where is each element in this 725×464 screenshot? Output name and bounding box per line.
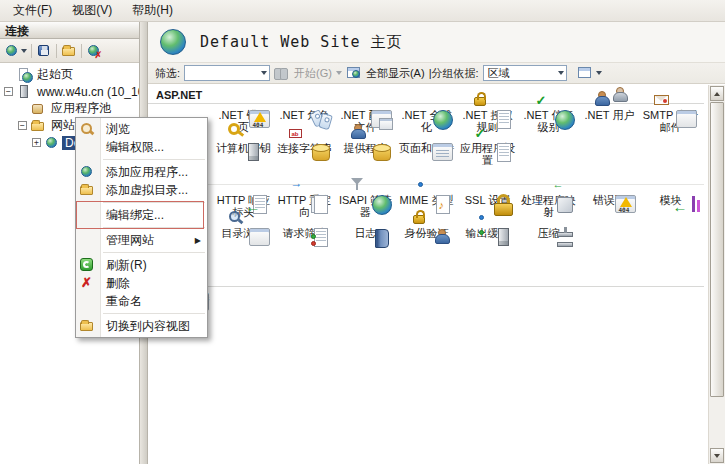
feature-item[interactable]: 目录浏览 xyxy=(213,222,274,255)
feature-item[interactable]: 页面和控件 xyxy=(396,137,457,170)
connect-button[interactable] xyxy=(3,42,28,60)
chevron-down-icon[interactable] xyxy=(596,71,602,75)
context-menu-item[interactable]: 添加虚拟目录... xyxy=(76,181,207,199)
save-button[interactable] xyxy=(35,42,53,60)
chevron-down-icon[interactable] xyxy=(558,71,564,75)
menu-separator xyxy=(103,313,205,314)
feature-item[interactable]: 计算机密钥 xyxy=(213,137,274,170)
feature-item[interactable]: MIME 类型 xyxy=(396,189,457,222)
feature-item-label: .NET 用户 xyxy=(580,109,639,133)
scroll-up-button[interactable] xyxy=(710,86,724,101)
feature-item[interactable]: 输出缓存 xyxy=(457,222,518,255)
show-all-button[interactable]: 全部显示(A) xyxy=(366,66,425,81)
feature-item[interactable]: 日志 xyxy=(335,222,396,255)
feature-item[interactable]: 压缩 xyxy=(518,222,579,255)
feature-item[interactable]: SSL 设置 xyxy=(457,189,518,222)
tree-item-label: 应用程序池 xyxy=(48,100,114,117)
feature-item[interactable]: .NET 授权规则 xyxy=(457,104,518,137)
feature-item-label: 压缩 xyxy=(519,227,578,251)
feature-item[interactable]: SMTP 电子邮件 xyxy=(640,104,701,137)
filter-input[interactable] xyxy=(184,65,270,81)
site-globe-icon xyxy=(160,29,186,55)
context-menu-item[interactable]: 浏览 xyxy=(76,120,207,138)
feature-item[interactable]: HTTP 重定向 xyxy=(274,189,335,222)
scroll-down-button[interactable] xyxy=(710,448,724,463)
collapse-expander[interactable]: − xyxy=(18,121,27,130)
up-folder-button[interactable] xyxy=(60,42,78,60)
menu-item-label: 浏览 xyxy=(106,121,130,138)
filter-label: 筛选: xyxy=(155,66,180,81)
add-application-icon xyxy=(79,164,95,180)
page-header: Default Web Site 主页 xyxy=(148,22,725,62)
chevron-down-icon[interactable] xyxy=(21,49,27,53)
go-button[interactable]: 开始(G) xyxy=(294,66,332,81)
start-page-icon xyxy=(16,67,32,83)
context-menu-item[interactable]: 重命名 xyxy=(76,292,207,310)
feature-item[interactable]: .NET 错误页 xyxy=(213,104,274,137)
refresh-icon xyxy=(79,257,95,273)
feature-item[interactable]: .NET 配置文件 xyxy=(335,104,396,137)
toolbar-separator xyxy=(81,44,82,58)
tree-item-label: www.w4u.cn (10_104_11_ xyxy=(34,85,139,99)
expand-expander[interactable]: + xyxy=(32,138,41,147)
vertical-scrollbar[interactable] xyxy=(708,85,725,464)
feature-item[interactable]: 身份验证 xyxy=(396,222,457,255)
server-icon xyxy=(16,84,32,100)
feature-item[interactable]: 处理程序映射 xyxy=(518,189,579,222)
context-menu-item[interactable]: 删除 xyxy=(76,274,207,292)
tree-item[interactable]: 应用程序池 xyxy=(0,100,139,117)
tree-item[interactable]: 起始页 xyxy=(0,66,139,83)
feature-item[interactable]: 提供程序 xyxy=(335,137,396,170)
delete-connection-button[interactable] xyxy=(85,42,103,60)
context-menu-item[interactable]: 管理网站▶ xyxy=(76,231,207,249)
features-view: ASP.NET.NET 错误页.NET 角色.NET 配置文件.NET 全球化.… xyxy=(148,85,708,464)
context-menu-item[interactable]: 编辑绑定... xyxy=(76,206,207,224)
scroll-thumb[interactable] xyxy=(710,102,724,397)
feature-section: 管理配置编辑器 xyxy=(148,265,708,320)
chevron-down-icon[interactable] xyxy=(261,71,267,75)
section-header: 管理 xyxy=(148,265,704,287)
save-icon xyxy=(36,43,52,59)
feature-row: 默认文档目录浏览请求筛选日志身份验证输出缓存压缩 xyxy=(148,222,708,255)
feature-item[interactable]: 请求筛选 xyxy=(274,222,335,255)
go-dropdown-icon[interactable] xyxy=(336,71,342,75)
menu-item-icon-slot xyxy=(79,275,95,291)
menu-item-label: 切换到内容视图 xyxy=(106,318,190,335)
main-panel: Default Web Site 主页 筛选: 开始(G) 全部显示(A) |分… xyxy=(148,22,725,464)
collapse-expander[interactable]: − xyxy=(4,87,13,96)
feature-item[interactable]: HTTP 响应标头 xyxy=(213,189,274,222)
context-menu-item[interactable]: 添加应用程序... xyxy=(76,163,207,181)
menubar-item[interactable]: 文件(F) xyxy=(4,0,61,21)
group-by-label: |分组依据: xyxy=(429,66,479,81)
menubar-item[interactable]: 帮助(H) xyxy=(123,0,182,21)
feature-item[interactable]: ISAPI 筛选器 xyxy=(335,189,396,222)
tree-item[interactable]: −www.w4u.cn (10_104_11_ xyxy=(0,83,139,100)
context-menu-item[interactable]: 编辑权限... xyxy=(76,138,207,156)
filter-toolbar: 筛选: 开始(G) 全部显示(A) |分组依据: 区域 xyxy=(148,62,725,84)
feature-item[interactable]: 应用程序设置 xyxy=(457,137,518,170)
browse-icon xyxy=(79,121,95,137)
feature-item[interactable]: 模块 xyxy=(640,189,701,222)
feature-item[interactable]: .NET 角色 xyxy=(274,104,335,137)
section-divider xyxy=(148,184,704,185)
feature-item[interactable]: 连接字符串 xyxy=(274,137,335,170)
menu-item-label: 编辑绑定... xyxy=(106,207,164,224)
context-menu-item[interactable]: 刷新(R) xyxy=(76,256,207,274)
binoculars-icon xyxy=(274,65,290,81)
menu-item-icon-slot xyxy=(79,121,95,137)
up-folder-icon xyxy=(61,43,77,59)
view-selector-button[interactable] xyxy=(577,65,602,81)
menubar-item[interactable]: 视图(V) xyxy=(63,0,121,21)
site-globe-icon xyxy=(44,135,60,151)
feature-item[interactable]: 错误页 xyxy=(579,189,640,222)
group-by-select[interactable]: 区域 xyxy=(483,65,567,81)
sites-folder-icon xyxy=(30,118,46,134)
connections-toolbar xyxy=(0,39,139,63)
feature-section: HTTP 响应标头HTTP 重定向ISAPI 筛选器MIME 类型SSL 设置处… xyxy=(148,184,708,255)
feature-item[interactable]: .NET 全球化 xyxy=(396,104,457,137)
submenu-arrow-icon: ▶ xyxy=(195,236,201,245)
context-menu-item[interactable]: 切换到内容视图 xyxy=(76,317,207,335)
tree-item-label: 起始页 xyxy=(34,66,76,83)
feature-item[interactable]: .NET 用户 xyxy=(579,104,640,137)
feature-item[interactable]: .NET 信任级别 xyxy=(518,104,579,137)
